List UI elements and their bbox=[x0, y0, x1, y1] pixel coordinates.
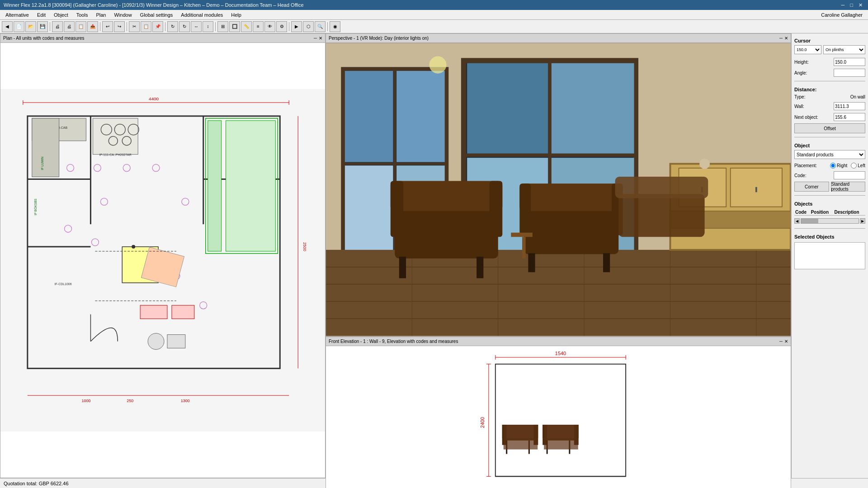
svg-rect-126 bbox=[544, 425, 578, 450]
rotate-button[interactable]: ↻ bbox=[167, 21, 178, 32]
scroll-track[interactable] bbox=[801, 218, 859, 224]
undo-button[interactable]: ↩ bbox=[102, 21, 113, 32]
elevation-canvas[interactable]: 1540 2400 bbox=[326, 346, 791, 488]
svg-rect-14 bbox=[93, 118, 138, 155]
select-button[interactable]: ▶ bbox=[291, 21, 302, 32]
floor-plan-minimize[interactable]: ─ bbox=[314, 36, 317, 41]
elevation-titlebar: Front Elevation - 1 : Wall - 9, Elevatio… bbox=[326, 337, 791, 346]
view-3d-canvas[interactable] bbox=[326, 43, 791, 336]
cursor-height-input[interactable] bbox=[834, 58, 865, 66]
object-type-dropdown[interactable]: Standard products Corner bbox=[794, 150, 865, 159]
align-button[interactable]: ≡ bbox=[253, 21, 264, 32]
misc-button[interactable]: ◉ bbox=[330, 21, 340, 32]
cursor-value-dropdown[interactable]: 150.0 bbox=[794, 45, 821, 54]
elevation-minimize[interactable]: ─ bbox=[779, 339, 783, 344]
cut-button[interactable]: ✂ bbox=[129, 21, 140, 32]
objects-col-description: Description bbox=[834, 209, 865, 216]
menu-global-settings[interactable]: Global settings bbox=[137, 11, 177, 19]
menu-edit[interactable]: Edit bbox=[33, 11, 49, 19]
view-3d-close[interactable]: ✕ bbox=[784, 36, 788, 41]
export2-button[interactable]: 📤 bbox=[87, 21, 98, 32]
rotate2-button[interactable]: ↻ bbox=[179, 21, 190, 32]
cursor-angle-row: Angle: bbox=[794, 69, 865, 77]
standard-products-button[interactable]: Standard products bbox=[831, 182, 866, 192]
menu-alternative[interactable]: Alternative bbox=[2, 11, 33, 19]
view-3d-minimize[interactable]: ─ bbox=[779, 36, 783, 41]
cursor-angle-input[interactable] bbox=[834, 69, 865, 77]
distance-next-input[interactable] bbox=[834, 113, 865, 121]
cursor-height-row: Height: bbox=[794, 58, 865, 66]
objects-col-position: Position bbox=[810, 209, 834, 216]
maximize-button[interactable]: □ bbox=[848, 2, 855, 8]
cursor-section-label: Cursor bbox=[794, 38, 865, 43]
svg-rect-93 bbox=[524, 207, 618, 254]
svg-point-103 bbox=[429, 56, 446, 74]
print2-button[interactable]: 🖨 bbox=[64, 21, 75, 32]
svg-rect-61 bbox=[396, 71, 445, 162]
measure-button[interactable]: 📏 bbox=[241, 21, 252, 32]
svg-rect-99 bbox=[618, 194, 704, 237]
view-button[interactable]: 👁 bbox=[264, 21, 275, 32]
back-button[interactable]: ◀ bbox=[2, 21, 13, 32]
svg-rect-62 bbox=[345, 165, 393, 257]
view-3d-panel: Perspective - 1 (VR Mode): Day (interior… bbox=[326, 33, 791, 337]
menu-object[interactable]: Object bbox=[50, 11, 72, 19]
zoom-button[interactable]: 🔍 bbox=[315, 21, 326, 32]
objects-section-label: Objects bbox=[794, 201, 865, 206]
flip-button[interactable]: ↔ bbox=[191, 21, 202, 32]
scroll-right[interactable]: ▶ bbox=[860, 218, 865, 224]
menu-additional-modules[interactable]: Additional modules bbox=[177, 11, 226, 19]
floor-plan-close[interactable]: ✕ bbox=[319, 36, 322, 41]
elevation-close[interactable]: ✕ bbox=[784, 339, 788, 344]
open-button[interactable]: 📂 bbox=[25, 21, 36, 32]
lasso-button[interactable]: ⬡ bbox=[303, 21, 314, 32]
cursor-plinths-dropdown[interactable]: On plinths bbox=[823, 45, 865, 54]
print-button[interactable]: 🖨 bbox=[52, 21, 63, 32]
svg-rect-105 bbox=[437, 346, 680, 488]
distance-next-label: Next object: bbox=[794, 115, 818, 120]
offset-button[interactable]: Offset bbox=[794, 123, 865, 133]
divider-1 bbox=[794, 81, 865, 81]
divider-3 bbox=[794, 195, 865, 196]
code-input[interactable] bbox=[834, 171, 865, 179]
close-button[interactable]: ✕ bbox=[857, 2, 864, 8]
svg-rect-119 bbox=[504, 425, 538, 450]
elevation-svg: 1540 2400 bbox=[326, 346, 791, 488]
menu-plan[interactable]: Plan bbox=[92, 11, 109, 19]
corner-button[interactable]: Corner bbox=[794, 182, 829, 192]
snap-button[interactable]: 🔲 bbox=[229, 21, 240, 32]
menu-tools[interactable]: Tools bbox=[73, 11, 92, 19]
svg-rect-89 bbox=[391, 181, 404, 237]
elevation-title: Front Elevation - 1 : Wall - 9, Elevatio… bbox=[329, 339, 458, 344]
save-button[interactable]: 💾 bbox=[37, 21, 48, 32]
minimize-button[interactable]: ─ bbox=[840, 2, 847, 8]
scroll-left[interactable]: ◀ bbox=[794, 218, 800, 224]
menu-window[interactable]: Window bbox=[110, 11, 135, 19]
floor-plan-panel: Plan - All units with codes and measures… bbox=[0, 33, 326, 478]
menu-help[interactable]: Help bbox=[227, 11, 245, 19]
redo-button[interactable]: ↪ bbox=[114, 21, 125, 32]
placement-right-radio[interactable] bbox=[830, 163, 836, 169]
paste-button[interactable]: 📌 bbox=[152, 21, 163, 32]
svg-text:IF-CDL1006: IF-CDL1006 bbox=[55, 282, 72, 286]
grid-button[interactable]: ⊞ bbox=[217, 21, 228, 32]
distance-section-label: Distance: bbox=[794, 87, 865, 92]
svg-rect-91 bbox=[399, 257, 406, 278]
export-button[interactable]: 📋 bbox=[75, 21, 86, 32]
placement-left-radio[interactable] bbox=[851, 163, 857, 169]
floor-plan-canvas[interactable]: 4400 IF-110-CAB bbox=[0, 43, 325, 478]
svg-text:2500: 2500 bbox=[302, 242, 307, 251]
placement-left-label[interactable]: Left bbox=[851, 163, 865, 169]
elevation-height-dimension: 2400 bbox=[480, 417, 485, 428]
config-button[interactable]: ⚙ bbox=[276, 21, 287, 32]
flip2-button[interactable]: ↕ bbox=[203, 21, 213, 32]
scroll-thumb bbox=[801, 219, 818, 223]
svg-rect-97 bbox=[528, 253, 535, 272]
new-button[interactable]: 📄 bbox=[14, 21, 24, 32]
svg-rect-21 bbox=[32, 118, 59, 177]
distance-wall-input[interactable] bbox=[834, 102, 865, 110]
sep7 bbox=[327, 22, 328, 31]
placement-right-label[interactable]: Right bbox=[830, 163, 847, 169]
elevation-panel: Front Elevation - 1 : Wall - 9, Elevatio… bbox=[326, 337, 791, 488]
copy-button[interactable]: 📋 bbox=[141, 21, 151, 32]
